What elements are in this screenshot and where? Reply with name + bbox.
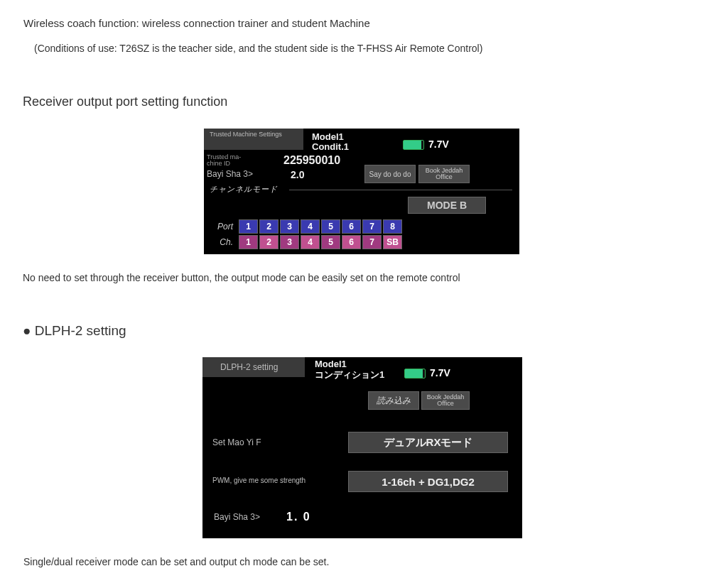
write-button[interactable]: Book Jeddah Office: [421, 391, 470, 410]
screen2-tab[interactable]: DLPH-2 setting: [202, 357, 305, 377]
paragraph-no-need-set: No need to set through the receiver butt…: [23, 272, 460, 283]
receiver-output-screenshot: Trusted Machine Settings Model1 Condit.1…: [204, 129, 519, 254]
port-row-label: Port: [207, 219, 237, 234]
mode-button[interactable]: MODE B: [408, 197, 486, 214]
channel-mode-section-label: チャンネルモード: [210, 184, 278, 195]
battery-icon: [403, 140, 424, 150]
channel-range-button[interactable]: 1-16ch + DG1,DG2: [348, 471, 508, 492]
read-button[interactable]: 読み込み: [368, 391, 419, 410]
version-label: Bayi Sha 3>: [214, 512, 260, 522]
ch-cell[interactable]: 6: [342, 235, 361, 249]
battery-icon: [404, 369, 426, 379]
port-channel-table: Port 1 2 3 4 5 6 7 8 Ch. 1 2 3 4 5 6 7 S…: [206, 218, 404, 251]
heading-receiver-output: Receiver output port setting function: [23, 94, 227, 109]
ch-cell[interactable]: 7: [362, 235, 382, 249]
port-cell[interactable]: 1: [239, 219, 258, 234]
write-button[interactable]: Book Jeddah Office: [418, 165, 470, 183]
port-cell[interactable]: 3: [280, 219, 299, 234]
ch-cell[interactable]: 1: [239, 235, 258, 249]
ch-row-label: Ch.: [207, 235, 237, 249]
screen2-model-name: Model1: [315, 359, 347, 369]
divider: [289, 190, 512, 190]
dual-rx-mode-button[interactable]: デュアルRXモード: [348, 432, 508, 453]
ch-cell[interactable]: 3: [280, 235, 299, 249]
set-mode-label: Set Mao Yi F: [212, 437, 261, 447]
ch-cell[interactable]: 5: [321, 235, 340, 249]
version-value: 2.0: [291, 169, 304, 180]
port-cell[interactable]: 8: [383, 219, 402, 234]
pwm-label: PWM, give me some strength: [212, 477, 306, 484]
paragraph-single-dual: Single/dual receiver mode can be set and…: [23, 556, 329, 567]
port-cell[interactable]: 2: [259, 219, 279, 234]
port-cell[interactable]: 7: [362, 219, 382, 234]
version-value: 1. 0: [286, 511, 311, 523]
screen2-condition: コンディション1: [315, 369, 384, 381]
port-cell[interactable]: 4: [301, 219, 320, 234]
version-label: Bayi Sha 3>: [207, 169, 253, 179]
paragraph-wireless-coach: Wireless coach function: wireless connec…: [23, 17, 370, 29]
screen1-tab[interactable]: Trusted Machine Settings: [204, 129, 303, 150]
dlph2-screenshot: DLPH-2 setting Model1 コンディション1 7.7V 読み込み…: [202, 357, 522, 538]
screen2-voltage: 7.7V: [430, 367, 450, 379]
machine-id-value: 225950010: [283, 154, 340, 167]
heading-dlph2: ● DLPH-2 setting: [23, 323, 126, 339]
machine-id-label: Trusted ma-chine ID: [207, 154, 241, 167]
port-cell[interactable]: 5: [321, 219, 340, 234]
screen1-voltage: 7.7V: [428, 138, 449, 150]
ch-cell[interactable]: 2: [259, 235, 279, 249]
paragraph-conditions: (Conditions of use: T26SZ is the teacher…: [34, 43, 482, 54]
screen1-model-name: Model1: [312, 131, 344, 142]
read-button[interactable]: Say do do do: [364, 165, 416, 183]
ch-cell[interactable]: 4: [301, 235, 320, 249]
ch-cell[interactable]: SB: [383, 235, 402, 249]
port-cell[interactable]: 6: [342, 219, 361, 234]
